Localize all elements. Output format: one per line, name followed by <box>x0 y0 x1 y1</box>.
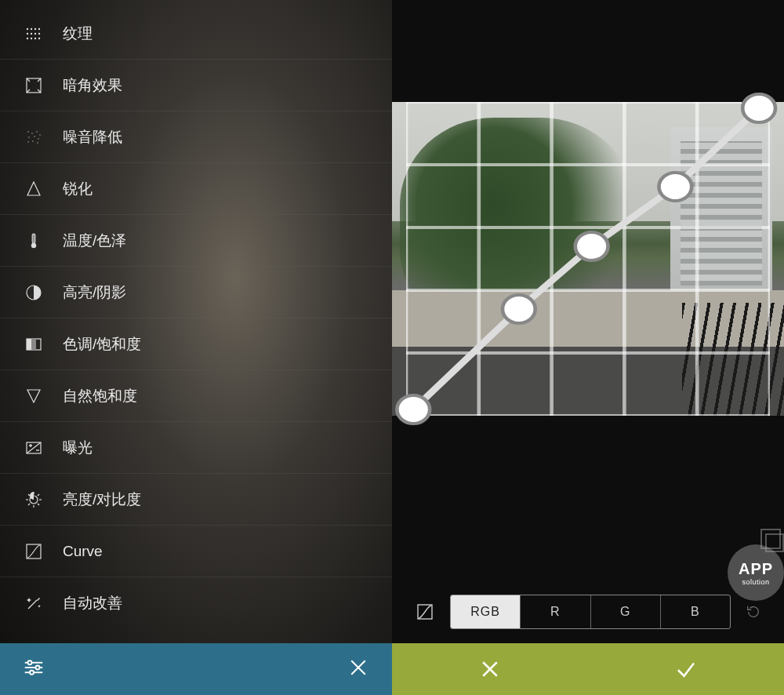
channel-r-button[interactable]: R <box>520 595 590 628</box>
svg-point-5 <box>31 32 32 34</box>
svg-point-21 <box>32 140 34 142</box>
grain-icon <box>24 24 44 44</box>
auto-enhance-icon <box>24 593 44 613</box>
menu-item-label: 噪音降低 <box>63 127 122 147</box>
sharpen-icon <box>24 179 44 199</box>
svg-point-0 <box>27 27 28 29</box>
noise-icon <box>24 127 44 147</box>
left-footer-bar <box>0 643 392 695</box>
watermark-subtitle: solution <box>742 578 769 586</box>
svg-point-8 <box>27 37 28 38</box>
svg-point-4 <box>27 32 28 34</box>
menu-item-label: 曝光 <box>63 438 93 458</box>
menu-item-label: 亮度/对比度 <box>63 489 141 510</box>
reset-icon[interactable] <box>739 597 768 627</box>
channel-g-button[interactable]: G <box>590 595 660 628</box>
menu-item-vignette[interactable]: 暗角效果 <box>0 60 392 111</box>
menu-item-vibrance[interactable]: 自然饱和度 <box>0 370 392 422</box>
left-screen-adjust-menu: 纹理 暗角效果 噪音降低 锐化 温度/色泽 <box>0 0 392 695</box>
svg-point-23 <box>31 242 36 247</box>
close-icon[interactable] <box>347 656 370 682</box>
highlight-shadow-icon <box>24 282 44 303</box>
curve-tool-icon[interactable] <box>408 595 442 629</box>
svg-point-7 <box>38 32 40 34</box>
watermark-badge: APP solution <box>728 544 784 601</box>
menu-item-noise-reduction[interactable]: 噪音降低 <box>0 111 392 163</box>
svg-point-19 <box>38 138 39 140</box>
svg-line-37 <box>28 504 30 505</box>
exposure-icon <box>24 438 44 458</box>
menu-item-label: Curve <box>63 543 103 560</box>
menu-item-label: 自然饱和度 <box>63 386 137 406</box>
menu-item-label: 高亮/阴影 <box>63 282 126 303</box>
menu-item-auto-enhance[interactable]: 自动改善 <box>0 577 392 629</box>
curve-point-2[interactable] <box>575 232 608 260</box>
svg-point-20 <box>27 141 29 143</box>
svg-point-11 <box>38 37 40 38</box>
watermark-title: APP <box>739 560 773 578</box>
channel-segmented-control: RGB R G B <box>450 595 731 629</box>
svg-line-36 <box>38 504 39 505</box>
levels-icon <box>24 334 44 355</box>
svg-point-2 <box>34 27 36 29</box>
right-footer-bar <box>392 643 784 695</box>
svg-point-16 <box>39 134 41 136</box>
vibrance-icon <box>24 386 44 406</box>
curve-grid-overlay[interactable] <box>406 102 770 416</box>
menu-item-label: 自动改善 <box>63 593 122 613</box>
adjustment-menu-list: 纹理 暗角效果 噪音降低 锐化 温度/色泽 <box>0 0 392 629</box>
svg-line-38 <box>38 494 39 496</box>
menu-item-grain[interactable]: 纹理 <box>0 8 392 60</box>
photo-preview[interactable] <box>392 102 784 416</box>
curve-point-0[interactable] <box>397 395 430 424</box>
menu-item-highlight-shadow[interactable]: 高亮/阴影 <box>0 267 392 318</box>
sliders-icon[interactable] <box>22 656 45 682</box>
menu-item-label: 暗角效果 <box>63 75 122 96</box>
svg-point-18 <box>34 136 35 137</box>
menu-item-label: 色调/饱和度 <box>63 334 141 355</box>
curve-icon <box>24 541 44 562</box>
menu-item-label: 锐化 <box>63 179 93 199</box>
svg-point-6 <box>34 32 36 34</box>
svg-rect-28 <box>31 339 36 350</box>
svg-point-45 <box>30 671 34 675</box>
svg-point-22 <box>37 142 38 144</box>
svg-rect-27 <box>27 339 31 350</box>
channel-b-button[interactable]: B <box>660 595 730 628</box>
channel-rgb-button[interactable]: RGB <box>451 595 520 628</box>
svg-point-13 <box>27 131 29 133</box>
curve-point-3[interactable] <box>659 173 691 201</box>
menu-item-exposure[interactable]: 曝光 <box>0 422 392 474</box>
channel-selector-row: RGB R G B <box>392 587 784 637</box>
menu-item-sharpen[interactable]: 锐化 <box>0 163 392 215</box>
menu-item-label: 纹理 <box>63 24 93 44</box>
menu-item-label: 温度/色泽 <box>63 231 126 251</box>
curve-point-1[interactable] <box>503 295 535 323</box>
thermometer-icon <box>24 231 44 251</box>
menu-item-curve[interactable]: Curve <box>0 526 392 577</box>
svg-point-17 <box>28 136 30 138</box>
vignette-icon <box>24 75 44 96</box>
menu-item-temperature-tint[interactable]: 温度/色泽 <box>0 215 392 267</box>
brightness-contrast-icon <box>24 489 44 510</box>
confirm-button[interactable] <box>588 643 784 695</box>
curve-point-4[interactable] <box>742 94 775 122</box>
svg-point-44 <box>36 666 40 670</box>
svg-point-14 <box>31 133 33 134</box>
menu-item-hue-saturation[interactable]: 色调/饱和度 <box>0 318 392 370</box>
svg-point-9 <box>31 37 32 38</box>
svg-line-35 <box>28 494 30 496</box>
cancel-button[interactable] <box>392 643 588 695</box>
right-screen-curve-editor: APP solution RGB R G B <box>392 0 784 695</box>
svg-point-3 <box>38 27 40 29</box>
svg-point-43 <box>28 660 32 664</box>
svg-point-10 <box>34 37 36 38</box>
svg-point-15 <box>36 131 38 133</box>
menu-item-brightness-contrast[interactable]: 亮度/对比度 <box>0 474 392 526</box>
svg-point-1 <box>31 27 32 29</box>
